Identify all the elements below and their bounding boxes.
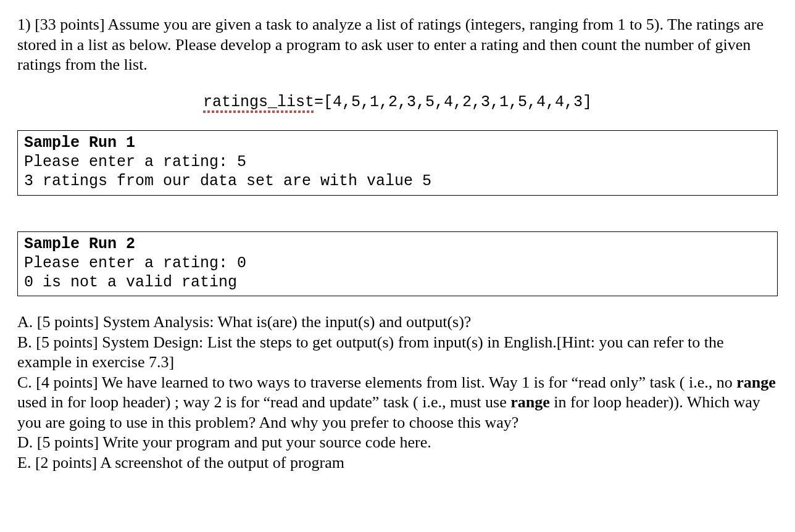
- part-d: D. [5 points] Write your program and put…: [17, 433, 778, 453]
- sample-run-2-line-2: 0 is not a valid rating: [24, 273, 771, 292]
- part-c: C. [4 points] We have learned to two way…: [17, 373, 778, 433]
- part-a-text: System Analysis: What is(are) the input(…: [99, 313, 471, 331]
- part-e-text: A screenshot of the output of program: [97, 454, 344, 472]
- ratings-list-literal: =[4,5,1,2,3,5,4,2,3,1,5,4,4,3]: [314, 93, 592, 111]
- sample-run-1-box: Sample Run 1 Please enter a rating: 5 3 …: [17, 130, 778, 196]
- part-c-seg2: used in for loop header) ; way 2 is for …: [17, 393, 510, 411]
- sample-run-1-title: Sample Run 1: [24, 133, 771, 152]
- question-statement: 1) [33 points] Assume you are given a ta…: [17, 15, 778, 75]
- part-c-range-2: range: [510, 393, 550, 411]
- part-c-seg1: We have learned to two ways to traverse …: [98, 373, 737, 391]
- sample-run-2-title: Sample Run 2: [24, 235, 771, 254]
- part-e: E. [2 points] A screenshot of the output…: [17, 453, 778, 473]
- part-c-prefix: C. [4 points]: [17, 373, 98, 391]
- sample-run-2-box: Sample Run 2 Please enter a rating: 0 0 …: [17, 231, 778, 297]
- part-b-prefix: B. [5 points]: [17, 333, 98, 351]
- sample-run-2-line-1: Please enter a rating: 0: [24, 254, 771, 273]
- question-number-points: 1) [33 points]: [17, 15, 105, 33]
- part-e-prefix: E. [2 points]: [17, 454, 97, 472]
- ratings-code-line: ratings_list=[4,5,1,2,3,5,4,2,3,1,5,4,4,…: [17, 93, 778, 112]
- part-a-prefix: A. [5 points]: [17, 313, 99, 331]
- sample-run-1-line-1: Please enter a rating: 5: [24, 152, 771, 172]
- part-b: B. [5 points] System Design: List the st…: [17, 333, 778, 373]
- sample-run-1-line-2: 3 ratings from our data set are with val…: [24, 172, 771, 191]
- part-b-text: System Design: List the steps to get out…: [17, 333, 724, 372]
- part-d-prefix: D. [5 points]: [17, 433, 99, 451]
- part-c-range-1: range: [736, 373, 776, 391]
- ratings-variable-name: ratings_list: [203, 93, 314, 112]
- part-d-text: Write your program and put your source c…: [99, 433, 431, 451]
- subparts-list: A. [5 points] System Analysis: What is(a…: [17, 312, 778, 473]
- part-a: A. [5 points] System Analysis: What is(a…: [17, 312, 778, 333]
- question-body: Assume you are given a task to analyze a…: [17, 15, 764, 73]
